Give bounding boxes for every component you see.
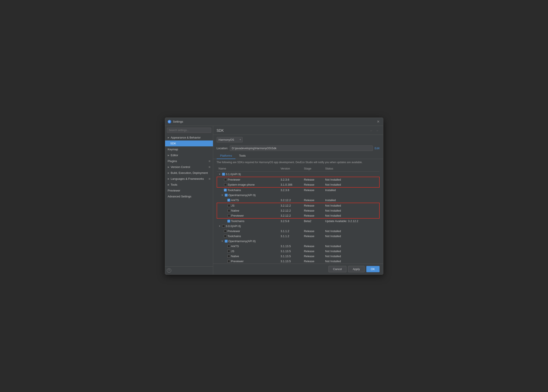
item-checkbox[interactable] [224, 230, 227, 232]
apply-button[interactable]: Apply [348, 266, 365, 272]
table-row[interactable]: − Toolchains 3.2.5.8Beta2Update Availabl… [217, 218, 379, 224]
expand-arrow-vc: ▶ [168, 166, 169, 168]
dialog-footer: Cancel Apply OK [213, 264, 383, 274]
item-checkbox[interactable] [227, 255, 230, 258]
edit-link[interactable]: Edit [375, 147, 379, 150]
table-row[interactable]: ▼ − OpenHarmony(API 9) [217, 193, 379, 198]
item-checkbox[interactable] [227, 250, 230, 253]
plugins-icon: ⊞ [209, 160, 210, 162]
expand-arrow-lang: ▶ [168, 178, 169, 180]
group-checkbox[interactable]: − [222, 173, 225, 176]
table-row[interactable]: Previewer 3.2.3.6ReleaseNot Installed [217, 177, 379, 182]
stage-cell: Release [302, 259, 324, 264]
item-checkbox[interactable]: − [227, 220, 230, 223]
cancel-button[interactable]: Cancel [329, 266, 346, 272]
version-cell: 3.2.12.2 [279, 208, 302, 213]
item-label: Previewer [228, 230, 240, 233]
group-checkbox[interactable]: − [225, 240, 228, 243]
item-checkbox[interactable] [228, 209, 231, 212]
stage-cell: Release [302, 203, 324, 208]
ok-button[interactable]: OK [366, 266, 380, 272]
back-arrow[interactable]: ← [369, 128, 374, 133]
nav-arrows: ← → [369, 128, 380, 133]
sidebar-item-editor[interactable]: ▶ Editor [165, 152, 213, 158]
close-button[interactable]: ✕ [376, 119, 381, 124]
group-label: 3.1.0(API 9) [226, 173, 241, 176]
table-row[interactable]: JS 3.2.12.2ReleaseNot Installed [217, 203, 379, 208]
sidebar-label-build: Build, Execution, Deployment [171, 171, 208, 175]
group-label: OpenHarmony(API 8) [229, 239, 256, 243]
sdk-dropdown[interactable]: HarmonyOS OpenHarmony [217, 137, 243, 142]
expand-icon[interactable]: ▼ [221, 194, 224, 196]
version-cell: 3.2.12.2 [279, 203, 302, 208]
help-button[interactable]: ? [167, 268, 171, 273]
sidebar-item-version-control[interactable]: ▶ Version Control ⊞ [165, 164, 213, 170]
location-input[interactable] [230, 146, 373, 151]
status-cell: Not Installed [324, 234, 379, 239]
expand-arrow-build: ▶ [168, 172, 169, 174]
item-checkbox[interactable] [224, 183, 227, 186]
sidebar-item-languages[interactable]: ▶ Languages & Frameworks ⊞ [165, 176, 213, 182]
stage-cell: Release [302, 244, 324, 249]
tab-platforms[interactable]: Platforms [217, 153, 236, 159]
sidebar-item-tools[interactable]: ▶ Tools [165, 182, 213, 188]
stage-cell: Beta2 [302, 218, 324, 224]
item-checkbox[interactable]: ✓ [224, 189, 227, 191]
table-row[interactable]: Previewer 3.1.13.5ReleaseNot Installed [217, 259, 379, 264]
item-checkbox[interactable] [228, 204, 231, 207]
expand-arrow-appearance: ▶ [168, 136, 169, 139]
table-row[interactable]: Toolchains 3.1.1.2ReleaseNot Installed [217, 234, 379, 239]
col-stage: Stage [302, 166, 324, 172]
table-row[interactable]: ✓ ArkTS 3.2.12.2ReleaseInstalled [217, 198, 379, 203]
version-cell: 3.1.1.2 [279, 229, 302, 234]
sidebar-item-build[interactable]: ▶ Build, Execution, Deployment [165, 170, 213, 176]
sidebar-item-sdk[interactable]: SDK [165, 140, 213, 146]
stage-cell: Release [302, 229, 324, 234]
version-cell: 3.2.3.6 [279, 177, 302, 182]
item-checkbox[interactable] [224, 235, 227, 238]
item-checkbox[interactable] [224, 178, 227, 181]
table-row[interactable]: ArkTS 3.1.13.5ReleaseNot Installed [217, 244, 379, 249]
item-label: ArkTS [231, 198, 239, 202]
tab-tools[interactable]: Tools [235, 153, 249, 159]
item-checkbox[interactable]: ✓ [227, 199, 230, 202]
table-row[interactable]: ▼ − OpenHarmony(API 8) [217, 239, 379, 244]
sidebar-item-keymap[interactable]: Keymap [165, 146, 213, 152]
table-row[interactable]: JS 3.1.13.5ReleaseNot Installed [217, 249, 379, 254]
search-input[interactable] [167, 128, 211, 133]
table-row[interactable]: ▼ 3.0.0(API 8) [217, 224, 379, 229]
group-checkbox[interactable] [222, 225, 225, 228]
status-cell: Not Installed [324, 259, 379, 264]
status-cell: Not Installed [324, 244, 379, 249]
version-cell: 3.2.12.2 [279, 198, 302, 203]
item-label: Native [231, 255, 239, 258]
table-row[interactable]: System-image-phone 3.1.0.306ReleaseNot I… [217, 182, 379, 187]
table-row[interactable]: ✓ Toolchains 3.2.3.6ReleaseInstalled [217, 187, 379, 193]
version-cell: 3.1.1.2 [279, 234, 302, 239]
sidebar-item-advanced[interactable]: Advanced Settings [165, 194, 213, 199]
status-cell: Not Installed [324, 229, 379, 234]
group-checkbox[interactable]: − [225, 194, 228, 196]
sidebar-item-previewer[interactable]: Previewer [165, 188, 213, 194]
group-label: OpenHarmony(API 9) [229, 194, 256, 197]
table-row[interactable]: Previewer 3.1.1.2ReleaseNot Installed [217, 229, 379, 234]
expand-icon[interactable]: ▼ [219, 225, 221, 227]
stage-cell: Release [302, 249, 324, 254]
table-container[interactable]: Name Version Stage Status ▼ − 3.1.0(API … [213, 166, 383, 264]
table-row[interactable]: Native 3.2.12.2ReleaseNot Installed [217, 208, 379, 213]
status-cell: Not Installed [324, 208, 379, 213]
item-checkbox[interactable] [228, 214, 231, 217]
expand-icon[interactable]: ▼ [219, 173, 221, 175]
forward-arrow[interactable]: → [375, 128, 380, 133]
sidebar-item-plugins[interactable]: Plugins ⊞ [165, 158, 213, 164]
table-row[interactable]: Previewer 3.2.12.2ReleaseNot Installed [217, 213, 379, 218]
settings-dialog: ◎ Settings ✕ ▶ Appearance & Behavior SDK… [165, 118, 383, 275]
expand-icon[interactable]: ▼ [221, 240, 224, 242]
table-row[interactable]: Native 3.1.13.5ReleaseNot Installed [217, 254, 379, 259]
item-checkbox[interactable] [227, 260, 230, 263]
stage-cell: Release [302, 182, 324, 187]
table-row[interactable]: ▼ − 3.1.0(API 9) [217, 171, 379, 177]
item-checkbox[interactable] [227, 245, 230, 248]
sidebar-item-appearance[interactable]: ▶ Appearance & Behavior [165, 135, 213, 140]
status-cell [324, 224, 379, 229]
